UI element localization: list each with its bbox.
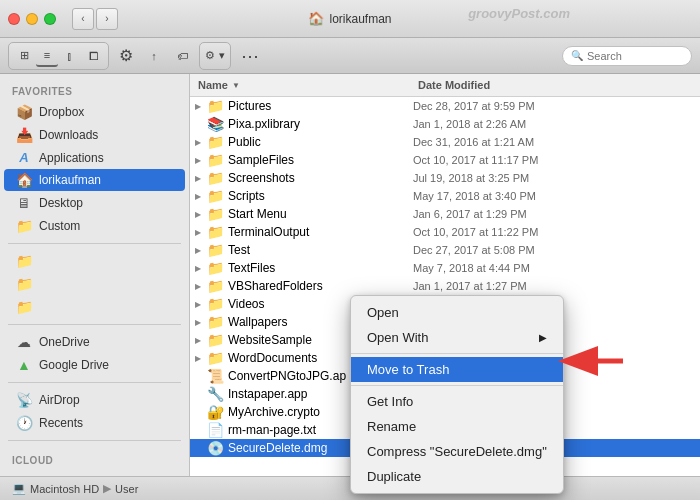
context-menu-item-compress[interactable]: Compress "SecureDelete.dmg"	[351, 439, 563, 464]
table-row[interactable]: ▶📁PublicDec 31, 2016 at 1:21 AM	[190, 133, 700, 151]
expand-arrow[interactable]: ▶	[190, 174, 206, 183]
sidebar-item-airdrop[interactable]: 📡 AirDrop	[4, 389, 185, 411]
toolbar: ⊞ ≡ ⫿ ⧠ ⚙ ↑ 🏷 ⚙ ▾ ⋯ 🔍	[0, 38, 700, 74]
path-macintosh: Macintosh HD	[30, 483, 99, 495]
sidebar-item-folder2[interactable]: 📁	[4, 273, 185, 295]
icloud-label: iCloud	[0, 447, 189, 469]
sidebar-item-custom[interactable]: 📁 Custom	[4, 215, 185, 237]
expand-arrow[interactable]: ▶	[190, 264, 206, 273]
action-icon[interactable]: ⚙	[115, 45, 137, 67]
minimize-button[interactable]	[26, 13, 38, 25]
file-type-icon: 📄	[206, 422, 224, 438]
sidebar-item-downloads[interactable]: 📥 Downloads	[4, 124, 185, 146]
sidebar-divider-2	[8, 324, 181, 325]
sidebar-divider-1	[8, 243, 181, 244]
onedrive-icon: ☁	[16, 334, 32, 350]
file-name: Pixa.pxlibrary	[228, 117, 413, 131]
forward-button[interactable]: ›	[96, 8, 118, 30]
context-menu-item-get-info[interactable]: Get Info	[351, 389, 563, 414]
column-date-header[interactable]: Date Modified	[410, 77, 700, 93]
expand-arrow[interactable]: ▶	[190, 354, 206, 363]
watermark: groovyPost.com	[468, 6, 570, 21]
traffic-lights	[8, 13, 56, 25]
folder2-icon: 📁	[16, 276, 32, 292]
file-name: SampleFiles	[228, 153, 413, 167]
sidebar-item-folder1[interactable]: 📁	[4, 250, 185, 272]
table-row[interactable]: ▶📁ScriptsMay 17, 2018 at 3:40 PM	[190, 187, 700, 205]
sidebar-item-onedrive[interactable]: ☁ OneDrive	[4, 331, 185, 353]
arrange-group: ⚙ ▾	[199, 42, 231, 70]
context-menu: OpenOpen With▶Move to TrashGet InfoRenam…	[350, 295, 564, 494]
expand-arrow[interactable]: ▶	[190, 336, 206, 345]
sidebar-item-googledrive[interactable]: ▲ Google Drive	[4, 354, 185, 376]
expand-arrow[interactable]: ▶	[190, 246, 206, 255]
sidebar-item-lorikaufman[interactable]: 🏠 lorikaufman	[4, 169, 185, 191]
expand-arrow[interactable]: ▶	[190, 192, 206, 201]
column-view-button[interactable]: ⫿	[59, 45, 81, 67]
column-name-header[interactable]: Name ▼	[190, 77, 410, 93]
sidebar-label-applications: Applications	[39, 151, 104, 165]
back-button[interactable]: ‹	[72, 8, 94, 30]
file-name: Test	[228, 243, 413, 257]
search-input[interactable]	[587, 50, 683, 62]
sidebar-label-custom: Custom	[39, 219, 80, 233]
sort-arrow: ▼	[232, 81, 240, 90]
tag-icon[interactable]: 🏷	[171, 45, 193, 67]
folder3-icon: 📁	[16, 299, 32, 315]
expand-arrow[interactable]: ▶	[190, 102, 206, 111]
table-row[interactable]: 📚Pixa.pxlibraryJan 1, 2018 at 2:26 AM	[190, 115, 700, 133]
expand-arrow[interactable]: ▶	[190, 138, 206, 147]
context-menu-item-move-to-trash[interactable]: Move to Trash	[351, 357, 563, 382]
context-menu-label: Duplicate	[367, 469, 421, 484]
context-menu-item-open[interactable]: Open	[351, 300, 563, 325]
gallery-view-button[interactable]: ⧠	[82, 45, 104, 67]
table-row[interactable]: ▶📁TextFilesMay 7, 2018 at 4:44 PM	[190, 259, 700, 277]
table-row[interactable]: ▶📁TerminalOutputOct 10, 2017 at 11:22 PM	[190, 223, 700, 241]
sidebar-item-applications[interactable]: A Applications	[4, 147, 185, 168]
expand-arrow[interactable]: ▶	[190, 210, 206, 219]
table-row[interactable]: ▶📁VBSharedFoldersJan 1, 2017 at 1:27 PM	[190, 277, 700, 295]
file-type-icon: 📁	[206, 278, 224, 294]
file-name: TextFiles	[228, 261, 413, 275]
expand-arrow[interactable]: ▶	[190, 156, 206, 165]
more-button[interactable]: ⋯	[239, 45, 261, 67]
applications-icon: A	[16, 150, 32, 165]
context-menu-item-duplicate[interactable]: Duplicate	[351, 464, 563, 489]
maximize-button[interactable]	[44, 13, 56, 25]
path-icon: 💻	[12, 482, 26, 495]
path-user: User	[115, 483, 138, 495]
view-toggle-group: ⊞ ≡ ⫿ ⧠	[8, 42, 109, 70]
list-view-button[interactable]: ≡	[36, 45, 58, 67]
expand-arrow[interactable]: ▶	[190, 228, 206, 237]
table-row[interactable]: ▶📁PicturesDec 28, 2017 at 9:59 PM	[190, 97, 700, 115]
icon-view-button[interactable]: ⊞	[13, 45, 35, 67]
nav-buttons: ‹ ›	[72, 8, 118, 30]
sidebar-item-folder3[interactable]: 📁	[4, 296, 185, 318]
file-date: Oct 10, 2017 at 11:17 PM	[413, 154, 700, 166]
close-button[interactable]	[8, 13, 20, 25]
sidebar-divider-3	[8, 382, 181, 383]
sidebar-item-recents[interactable]: 🕐 Recents	[4, 412, 185, 434]
context-menu-item-open-with[interactable]: Open With▶	[351, 325, 563, 350]
lorikaufman-icon: 🏠	[16, 172, 32, 188]
table-row[interactable]: ▶📁Start MenuJan 6, 2017 at 1:29 PM	[190, 205, 700, 223]
file-date: Jan 1, 2017 at 1:27 PM	[413, 280, 700, 292]
arrange-button[interactable]: ⚙ ▾	[204, 45, 226, 67]
share-icon[interactable]: ↑	[143, 45, 165, 67]
table-row[interactable]: ▶📁ScreenshotsJul 19, 2018 at 3:25 PM	[190, 169, 700, 187]
window-title: lorikaufman	[329, 12, 391, 26]
table-row[interactable]: ▶📁SampleFilesOct 10, 2017 at 11:17 PM	[190, 151, 700, 169]
expand-arrow[interactable]: ▶	[190, 318, 206, 327]
sidebar-item-dropbox[interactable]: 📦 Dropbox	[4, 101, 185, 123]
file-name: VBSharedFolders	[228, 279, 413, 293]
context-menu-item-rename[interactable]: Rename	[351, 414, 563, 439]
sidebar-item-desktop[interactable]: 🖥 Desktop	[4, 192, 185, 214]
search-box[interactable]: 🔍	[562, 46, 692, 66]
expand-arrow[interactable]: ▶	[190, 300, 206, 309]
table-row[interactable]: ▶📁TestDec 27, 2017 at 5:08 PM	[190, 241, 700, 259]
file-date: Oct 10, 2017 at 11:22 PM	[413, 226, 700, 238]
sidebar: Favorites 📦 Dropbox 📥 Downloads A Applic…	[0, 74, 190, 476]
file-date: May 7, 2018 at 4:44 PM	[413, 262, 700, 274]
expand-arrow[interactable]: ▶	[190, 282, 206, 291]
recents-icon: 🕐	[16, 415, 32, 431]
